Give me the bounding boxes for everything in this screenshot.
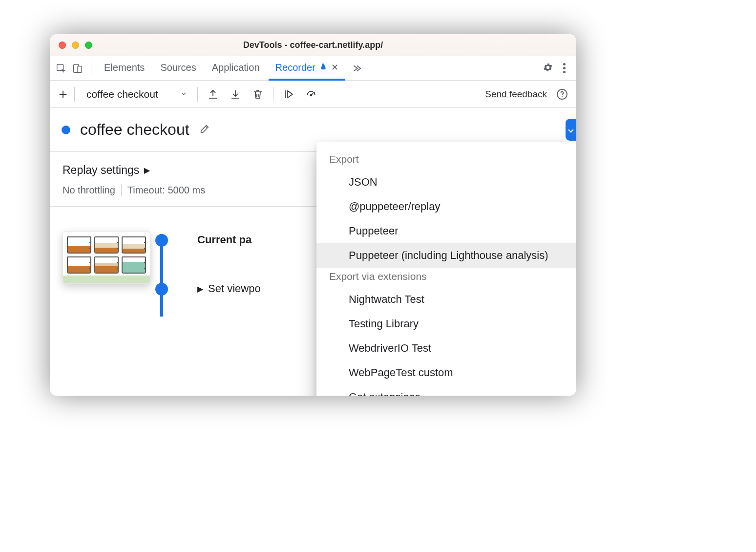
import-button[interactable] — [224, 81, 247, 108]
minimize-window-button[interactable] — [72, 42, 79, 49]
recording-select[interactable]: coffee checkout — [79, 88, 193, 100]
recording-name: coffee checkout — [80, 121, 189, 139]
svg-point-3 — [310, 94, 312, 96]
tab-label: Application — [212, 62, 260, 73]
timeline-node[interactable] — [155, 234, 168, 247]
export-option-nightwatch[interactable]: Nightwatch Test — [316, 287, 576, 312]
step-set-viewport[interactable]: ▶ Set viewpo — [197, 282, 261, 295]
tab-sources[interactable]: Sources — [153, 56, 203, 81]
export-option-puppeteer-lighthouse[interactable]: Puppeteer (including Lighthouse analysis… — [316, 243, 576, 268]
new-recording-button[interactable] — [56, 87, 70, 102]
tab-label: Sources — [160, 62, 196, 73]
replay-speed-button[interactable] — [300, 81, 322, 108]
more-tabs-icon[interactable] — [349, 61, 364, 76]
export-option-get-extensions[interactable]: Get extensions… — [316, 385, 576, 396]
devtools-window: DevTools - coffee-cart.netlify.app/ Elem… — [50, 34, 576, 396]
export-menu: Export JSON @puppeteer/replay Puppeteer … — [316, 142, 576, 396]
chevron-right-icon: ▶ — [144, 166, 150, 175]
traffic-lights — [59, 42, 92, 49]
timeline-node[interactable] — [155, 283, 168, 296]
menu-section-header: Export — [316, 150, 576, 170]
edit-name-button[interactable] — [199, 124, 210, 136]
export-option-puppeteer[interactable]: Puppeteer — [316, 219, 576, 243]
device-toolbar-icon[interactable] — [70, 61, 85, 76]
kebab-menu-icon[interactable] — [560, 63, 568, 73]
settings-gear-icon[interactable] — [543, 62, 553, 75]
close-tab-icon[interactable]: ✕ — [331, 62, 338, 73]
recorder-toolbar: coffee checkout Send feedback — [50, 81, 576, 108]
tab-label: Recorder — [275, 62, 315, 73]
separator — [91, 61, 91, 76]
window-title: DevTools - coffee-cart.netlify.app/ — [50, 40, 576, 50]
close-window-button[interactable] — [59, 42, 66, 49]
svg-rect-2 — [78, 66, 82, 72]
throttling-value: No throttling — [63, 185, 115, 196]
devtools-tabstrip: Elements Sources Application Recorder ✕ — [50, 56, 576, 81]
flask-icon — [319, 62, 327, 73]
export-option-puppeteer-replay[interactable]: @puppeteer/replay — [316, 194, 576, 219]
svg-point-5 — [562, 96, 563, 97]
replay-settings-label: Replay settings — [63, 164, 139, 177]
tab-application[interactable]: Application — [205, 56, 267, 81]
chevron-right-icon: ▶ — [197, 284, 203, 294]
delete-button[interactable] — [247, 81, 269, 108]
export-option-webdriverio[interactable]: WebdriverIO Test — [316, 336, 576, 361]
separator — [273, 87, 273, 102]
maximize-window-button[interactable] — [85, 42, 92, 49]
tab-recorder[interactable]: Recorder ✕ — [269, 56, 345, 81]
macos-titlebar: DevTools - coffee-cart.netlify.app/ — [50, 34, 576, 56]
menu-section-header: Export via extensions — [316, 268, 576, 287]
timeout-value: Timeout: 5000 ms — [127, 185, 205, 196]
recording-select-value: coffee checkout — [86, 88, 158, 100]
separator — [197, 87, 198, 102]
chevron-down-icon — [180, 88, 188, 100]
tab-label: Elements — [104, 62, 145, 73]
inspect-element-icon[interactable] — [54, 61, 68, 76]
export-option-json[interactable]: JSON — [316, 170, 576, 194]
separator — [74, 87, 75, 102]
step-play-button[interactable] — [277, 81, 300, 108]
step-label: Current pa — [197, 234, 252, 246]
page-screenshot-thumbnail — [63, 231, 150, 284]
separator — [121, 184, 122, 196]
replay-button[interactable] — [566, 119, 576, 141]
step-current-page[interactable]: Current pa — [197, 234, 252, 246]
export-option-webpagetest[interactable]: WebPageTest custom — [316, 361, 576, 385]
help-icon[interactable] — [554, 86, 570, 103]
export-button[interactable] — [202, 81, 224, 108]
recording-indicator-icon — [62, 126, 70, 134]
tab-elements[interactable]: Elements — [97, 56, 151, 81]
step-label: Set viewpo — [208, 282, 261, 295]
send-feedback-link[interactable]: Send feedback — [485, 89, 547, 100]
export-option-testing-library[interactable]: Testing Library — [316, 312, 576, 336]
